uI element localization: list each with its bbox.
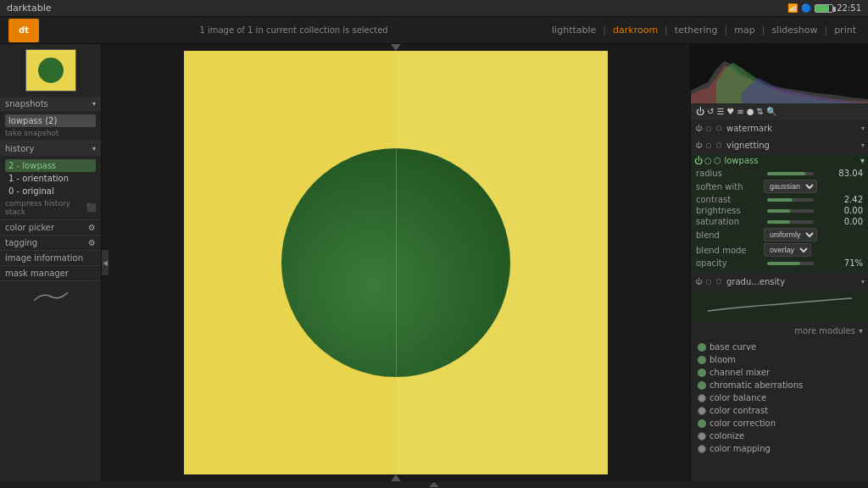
snapshots-header[interactable]: snapshots ▾ <box>0 97 101 111</box>
nav-lighttable[interactable]: lighttable <box>548 23 599 37</box>
history-item-original[interactable]: 0 - original <box>5 185 96 197</box>
nav-slideshow[interactable]: slideshow <box>768 23 821 37</box>
tagging-header[interactable]: tagging ⚙ <box>0 236 101 251</box>
opacity-slider[interactable] <box>767 262 814 265</box>
color-balance-icon <box>698 394 706 402</box>
image-information-label: image information <box>5 253 83 263</box>
main-area: snapshots ▾ lowpass (2) take snapshot hi… <box>0 44 868 481</box>
mask-manager-header[interactable]: mask manager <box>0 266 101 281</box>
param-brightness: brightness 0.00 <box>696 206 863 215</box>
compress-history-btn[interactable]: compress history stack ⬛ <box>5 199 96 216</box>
module-color-mapping[interactable]: color mapping <box>691 442 868 455</box>
module-bloom[interactable]: bloom <box>691 353 868 366</box>
radius-value: 83.04 <box>817 169 864 178</box>
lp-power-icon[interactable]: ⏻ <box>694 156 703 165</box>
saturation-label: saturation <box>696 217 764 226</box>
history-label: history <box>5 144 34 153</box>
module-color-correction[interactable]: color correction <box>691 417 868 430</box>
radius-slider[interactable] <box>767 172 814 175</box>
wm-mask-icon[interactable]: ○ <box>704 125 713 133</box>
watermark-label[interactable]: watermark <box>726 124 861 133</box>
nav-tethering[interactable]: tethering <box>671 23 721 37</box>
all-icon[interactable]: ≡ <box>737 107 743 116</box>
module-colonize[interactable]: colonize <box>691 430 868 442</box>
snapshot-item-lowpass[interactable]: lowpass (2) <box>5 114 96 127</box>
module-lowpass-expanded: ⏻ ○ ⬡ lowpass ▾ radius 83.04 so <box>691 154 868 274</box>
color-picker-header[interactable]: color picker ⚙ <box>0 220 101 236</box>
blend-select[interactable]: uniformly <box>764 228 817 241</box>
lp-mask-icon[interactable]: ○ <box>704 156 712 165</box>
gd-mask-icon[interactable]: ○ <box>704 278 713 286</box>
vg-power-icon[interactable]: ⏻ <box>694 141 703 150</box>
color-correction-label: color correction <box>709 419 776 428</box>
param-saturation: saturation 0.00 <box>696 217 863 226</box>
lowpass-label: lowpass <box>724 156 860 165</box>
history-item-lowpass[interactable]: 2 - lowpass <box>5 159 96 172</box>
reset-icon[interactable]: ↺ <box>707 107 714 116</box>
vignetting-arrow[interactable]: ▾ <box>861 141 865 149</box>
fav-icon[interactable]: ♥ <box>726 107 734 116</box>
module-color-contrast[interactable]: color contrast <box>691 404 868 417</box>
channel-mixer-label: channel mixer <box>709 368 770 377</box>
wm-power-icon[interactable]: ⏻ <box>694 125 703 133</box>
snapshots-section: snapshots ▾ lowpass (2) take snapshot <box>0 97 101 141</box>
sort-icon[interactable]: ⇅ <box>756 107 763 116</box>
compress-label: compress history stack <box>5 199 85 216</box>
colonize-icon <box>698 432 706 441</box>
vg-blend-icon[interactable]: ⬡ <box>715 141 723 150</box>
left-collapse-btn[interactable]: ◀ <box>102 250 108 275</box>
nav-darkroom[interactable]: darkroom <box>609 23 661 37</box>
tagging-settings[interactable]: ⚙ <box>88 238 96 247</box>
param-opacity: opacity 71% <box>696 258 863 268</box>
lowpass-preset-icon[interactable]: ▾ <box>860 156 865 165</box>
power-icon[interactable]: ⏻ <box>696 107 704 116</box>
mask-manager-label: mask manager <box>5 269 69 278</box>
vignetting-label[interactable]: vignetting <box>726 141 861 150</box>
nav-center-text: 1 image of 1 in current collection is se… <box>199 25 387 35</box>
module-base-curve[interactable]: base curve <box>691 341 868 353</box>
more-modules-arrow[interactable]: ▾ <box>859 326 863 336</box>
blend-mode-label: blend mode <box>696 246 764 255</box>
blend-label: blend <box>696 230 764 240</box>
chromatic-aberrations-label: chromatic aberrations <box>709 380 803 390</box>
module-watermark: ⏻ ○ ⬡ watermark ▾ <box>691 120 868 137</box>
snapshots-label: snapshots <box>5 99 48 108</box>
lp-blend-icon[interactable]: ⬡ <box>714 156 721 165</box>
active-icon[interactable]: ● <box>747 107 754 116</box>
watermark-arrow[interactable]: ▾ <box>861 125 865 132</box>
graduated-density-label[interactable]: gradu...ensity <box>726 277 861 286</box>
nav-bar: dt 1 image of 1 in current collection is… <box>0 17 868 44</box>
color-contrast-icon <box>698 407 706 415</box>
image-canvas[interactable] <box>184 51 608 474</box>
module-toolbar: ⏻ ↺ ☰ ♥ ≡ ● ⇅ 🔍 <box>691 103 868 120</box>
nav-map[interactable]: map <box>731 23 758 37</box>
gd-power-icon[interactable]: ⏻ <box>694 278 703 286</box>
image-information-header[interactable]: image information <box>0 251 101 266</box>
clock: 22:51 <box>837 3 861 13</box>
lowpass-header[interactable]: ⏻ ○ ⬡ lowpass ▾ <box>691 154 868 167</box>
saturation-slider[interactable] <box>767 220 814 224</box>
color-picker-settings[interactable]: ⚙ <box>88 223 96 232</box>
snapshot-take-btn[interactable]: take snapshot <box>5 129 96 137</box>
presets-icon[interactable]: ☰ <box>716 107 724 116</box>
logo-box: dt <box>8 19 39 42</box>
search-icon[interactable]: 🔍 <box>766 107 776 116</box>
brightness-slider[interactable] <box>767 209 814 213</box>
histogram-svg <box>691 44 868 103</box>
gd-blend-icon[interactable]: ⬡ <box>715 278 723 286</box>
history-header[interactable]: history ▾ <box>0 141 101 156</box>
vg-mask-icon[interactable]: ○ <box>704 141 713 150</box>
app-logo: dt <box>8 19 39 42</box>
color-correction-icon <box>698 419 706 428</box>
nav-print[interactable]: print <box>831 23 860 37</box>
module-color-balance[interactable]: color balance <box>691 391 868 404</box>
blend-mode-select[interactable]: overlay <box>764 243 811 257</box>
wm-blend-icon[interactable]: ⬡ <box>715 125 723 133</box>
module-channel-mixer[interactable]: channel mixer <box>691 366 868 379</box>
history-item-orientation[interactable]: 1 - orientation <box>5 172 96 185</box>
contrast-slider[interactable] <box>767 198 814 202</box>
bloom-label: bloom <box>709 355 736 364</box>
module-chromatic-aberrations[interactable]: chromatic aberrations <box>691 379 868 391</box>
gd-arrow[interactable]: ▾ <box>861 278 865 286</box>
soften-select[interactable]: gaussian <box>764 180 817 193</box>
